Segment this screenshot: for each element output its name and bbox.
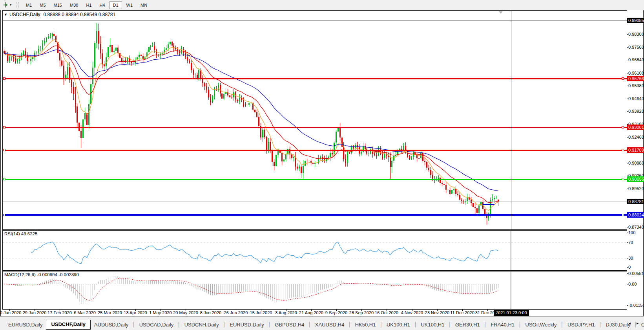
tab-uk100-h1[interactable]: UK100,H1 — [417, 321, 448, 330]
tab-separator: │ — [414, 322, 418, 330]
macd-label: MACD(12,26,9) -0.000994 -0.002390 — [4, 272, 79, 277]
price-tick-label: 0.87340 — [628, 225, 644, 230]
tab-usdcnh-daily[interactable]: USDCNH,Daily — [181, 321, 223, 330]
time-tick-label: 17 Feb 2020 — [47, 310, 72, 315]
time-tick-label: 31 Dec 2020 — [475, 310, 500, 315]
price-tick-label: 0.92460 — [628, 135, 644, 140]
rsi-tick-label: 30 — [628, 256, 633, 261]
time-tick-label: 21 Aug 2020 — [299, 310, 323, 315]
rsi-tick-label: 100 — [628, 230, 635, 235]
macd-panel-canvas[interactable] — [3, 271, 627, 309]
tab-separator: │ — [177, 322, 181, 330]
level-price-badge: 0.95766 — [627, 76, 644, 81]
chart-header: ▼ USDCHF,Daily 0.88888 0.88894 0.88549 0… — [4, 12, 115, 17]
tab-separator: │ — [268, 322, 272, 330]
time-tick-label: 6 Mar 2020 — [74, 310, 96, 315]
timeframe-button-m30[interactable]: M30 — [66, 1, 82, 9]
timeframe-button-h4[interactable]: H4 — [96, 1, 108, 9]
window-border-left — [0, 10, 1, 316]
level-price-badge: 0.90055 — [627, 176, 644, 182]
chart-ohlc-values: 0.88888 0.88894 0.88549 0.88781 — [44, 12, 116, 17]
price-tick-label: 0.93920 — [628, 109, 644, 114]
tab-china300-h1[interactable]: CHINA300,H1 — [638, 321, 644, 330]
level-price-badge: 0.91709 — [627, 147, 644, 153]
panel-separator[interactable] — [2, 270, 627, 271]
panel-separator-bottom — [2, 309, 627, 310]
tab-usdjpy-h1[interactable]: USDJPY,H1 — [564, 321, 598, 330]
price-tick-label: 0.90980 — [628, 161, 644, 166]
price-tick-label: 0.96840 — [628, 57, 644, 62]
level-price-badge: 0.99085 — [627, 18, 644, 23]
level-price-badge: 0.88024 — [627, 212, 644, 218]
price-tick-label: 0.98300 — [628, 32, 644, 37]
cursor-tool-button[interactable]: ▾ — [1, 1, 13, 9]
tab-usdcad-daily[interactable]: USDCAD,Daily — [136, 321, 177, 330]
level-price-badge: 0.93001 — [627, 125, 644, 130]
time-tick-label: 1 May 2020 — [149, 310, 171, 315]
mt4-terminal: { "icons": {"dropdown": "▼", "chevron": … — [0, 0, 644, 330]
time-tick-label: 25 Mar 2020 — [98, 310, 122, 315]
tab-xauusd-h4[interactable]: XAUUSD,H4 — [312, 321, 348, 330]
tab-separator: │ — [483, 322, 487, 330]
tab-audusd-daily[interactable]: AUDUSD,Daily — [91, 321, 132, 330]
tab-eurusd-daily[interactable]: EURUSD,Daily — [226, 321, 267, 330]
macd-tick-label: 0.005818 — [628, 271, 644, 276]
price-axis-border — [627, 10, 627, 310]
tab-separator: │ — [132, 322, 136, 330]
tab-separator: │ — [518, 322, 522, 330]
macd-tick-label: -0.011514 — [628, 303, 644, 308]
time-tick-label: 4 Nov 2020 — [401, 310, 423, 315]
panel-separator[interactable] — [2, 229, 627, 230]
chart-symbol-label: USDCHF,Daily — [9, 12, 40, 17]
timeframe-button-d1[interactable]: D1 — [109, 1, 122, 9]
time-tick-label: 26 Jun 2020 — [224, 310, 248, 315]
tab-eurusd-daily[interactable]: EURUSD,Daily — [5, 321, 46, 330]
chart-shift-marker[interactable] — [499, 11, 503, 14]
time-tick-label: 23 Nov 2020 — [425, 310, 449, 315]
timeframe-button-h1[interactable]: H1 — [82, 1, 95, 9]
timeframe-button-m5[interactable]: M5 — [36, 1, 49, 9]
rsi-panel-canvas[interactable] — [3, 231, 627, 270]
time-tick-label: 3 Aug 2020 — [275, 310, 297, 315]
timeframe-button-m15[interactable]: M15 — [50, 1, 66, 9]
tab-hk50-h1[interactable]: HK50,H1 — [352, 321, 379, 330]
tab-separator: │ — [379, 322, 383, 330]
tab-separator: │ — [598, 322, 602, 330]
tab-usoil-weekly[interactable]: USOil,Weekly — [522, 321, 560, 330]
main-chart-canvas[interactable] — [3, 11, 627, 229]
tab-fra40-h1[interactable]: FRA40,H1 — [487, 321, 518, 330]
tab-scroll-left-icon[interactable]: ◂ — [629, 321, 631, 325]
price-tick-label: 0.94640 — [628, 96, 644, 101]
price-tick-label: 0.97560 — [628, 45, 644, 50]
time-tick-label: 15 Jul 2020 — [250, 310, 272, 315]
tab-usdchf-daily[interactable]: USDCHF,Daily — [46, 320, 90, 330]
rsi-label: RSI(14) 49.6225 — [4, 231, 37, 236]
time-tick-label: 16 Oct 2020 — [375, 310, 398, 315]
price-tick-label: 0.96100 — [628, 71, 644, 76]
time-tick-label: 13 Apr 2020 — [124, 310, 147, 315]
rsi-tick-label: 0 — [628, 265, 631, 270]
time-tick-label: 8 Jun 2020 — [200, 310, 221, 315]
crosshair-icon — [3, 2, 9, 8]
tab-separator: │ — [560, 322, 564, 330]
time-tick-label: 29 Jan 2020 — [23, 310, 47, 315]
time-tick-label: 11 Dec 2020 — [450, 310, 474, 315]
tab-scroll-right-icon[interactable]: ▸ — [637, 321, 639, 325]
macd-tick-label: 0.00 — [628, 282, 637, 287]
tab-separator: │ — [223, 322, 226, 330]
timeframe-group: M1M5M15M30H1H4D1W1MN — [22, 1, 151, 9]
time-tick-label: 20 May 2020 — [173, 310, 198, 315]
toolbar: ▾ M1M5M15M30H1H4D1W1MN — [0, 0, 644, 10]
tab-ger30-h1[interactable]: GER30,H1 — [452, 321, 483, 330]
timeframe-button-mn[interactable]: MN — [137, 1, 151, 9]
symbol-dropdown-icon[interactable]: ▼ — [4, 13, 7, 16]
tab-separator: │ — [308, 322, 312, 330]
price-tick-label: 0.95380 — [628, 83, 644, 88]
tab-uk100-h1[interactable]: UK100,H1 — [383, 321, 414, 330]
time-tick-label: 10 Jan 2020 — [0, 310, 21, 315]
timeframe-button-w1[interactable]: W1 — [123, 1, 137, 9]
tab-separator: │ — [348, 322, 352, 330]
tab-gbpusd-h4[interactable]: GBPUSD,H4 — [271, 321, 308, 330]
price-tick-label: 0.89520 — [628, 186, 644, 191]
timeframe-button-m1[interactable]: M1 — [22, 1, 35, 9]
